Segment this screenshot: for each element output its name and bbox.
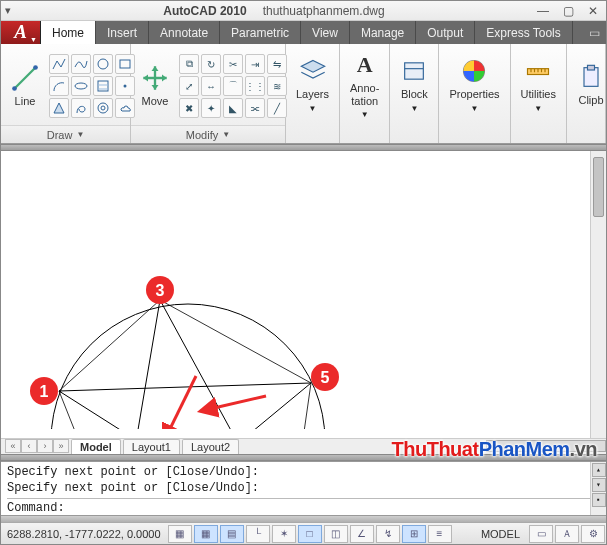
move-icon [141, 64, 169, 92]
join-button[interactable]: ⫘ [245, 98, 265, 118]
status-toggle-dyn[interactable]: ⊞ [402, 525, 426, 543]
application-menu-button[interactable]: A ▼ [1, 21, 41, 44]
stretch-button[interactable]: ↔ [201, 76, 221, 96]
scroll-down-icon[interactable]: ▾ [592, 478, 606, 492]
panel-block[interactable]: Block ▼ [390, 44, 439, 143]
mirror-button[interactable]: ⇋ [267, 54, 287, 74]
status-toggle-ducs[interactable]: ↯ [376, 525, 400, 543]
chevron-down-icon: ▼ [534, 104, 542, 113]
tab-annotate[interactable]: Annotate [149, 21, 220, 44]
sheet-first-button[interactable]: « [5, 439, 21, 453]
command-line[interactable]: Specify next point or [Close/Undo]: Spec… [1, 461, 606, 515]
docking-grip-cmd-bottom[interactable] [1, 515, 606, 522]
array-button[interactable]: ⋮⋮ [245, 76, 265, 96]
pentagon-outline [59, 300, 311, 429]
panel-annotation[interactable]: A Anno- tation ▼ [340, 44, 390, 143]
panel-layers[interactable]: Layers ▼ [286, 44, 340, 143]
region-button[interactable] [49, 98, 69, 118]
tab-express[interactable]: Express Tools [475, 21, 572, 44]
status-quick-view-button[interactable]: ▭ [529, 525, 553, 543]
command-history-line: Specify next point or [Close/Undo]: [7, 464, 600, 480]
tab-parametric[interactable]: Parametric [220, 21, 301, 44]
command-prompt-label: Command: [7, 501, 65, 515]
hatch-button[interactable] [93, 76, 113, 96]
donut-button[interactable] [93, 98, 113, 118]
close-button[interactable]: ✕ [588, 4, 598, 18]
minimize-button[interactable]: — [537, 4, 549, 18]
panel-utilities[interactable]: Utilities ▼ [511, 44, 567, 143]
sheet-last-button[interactable]: » [53, 439, 69, 453]
trim-button[interactable]: ✂ [223, 54, 243, 74]
panel-title-draw[interactable]: Draw▼ [1, 125, 130, 143]
panel-clipboard[interactable]: Clipb [567, 44, 606, 143]
scale-button[interactable]: ⤢ [179, 76, 199, 96]
status-annoscale-button[interactable]: Ａ [555, 525, 579, 543]
line-label: Line [15, 95, 36, 107]
status-toggle-polar[interactable]: ✶ [272, 525, 296, 543]
status-toggle-osnap[interactable]: □ [298, 525, 322, 543]
spline-button[interactable] [71, 54, 91, 74]
status-model-label[interactable]: MODEL [473, 528, 528, 540]
vertical-scrollbar[interactable] [590, 151, 606, 438]
rotate-button[interactable]: ↻ [201, 54, 221, 74]
clipboard-icon [577, 63, 605, 91]
measure-icon [524, 57, 552, 85]
chamfer-button[interactable]: ◣ [223, 98, 243, 118]
scroll-grip-icon[interactable]: ▪ [592, 493, 606, 507]
offset-button[interactable]: ≋ [267, 76, 287, 96]
break-button[interactable]: ╱ [267, 98, 287, 118]
hscroll-left-button[interactable]: ‹ [470, 439, 484, 453]
qat-chevron-icon[interactable]: ▾ [5, 4, 11, 17]
status-toggle-snap[interactable]: ▦ [194, 525, 218, 543]
svg-text:1: 1 [40, 383, 49, 400]
status-toggle-infer[interactable]: ▦ [168, 525, 192, 543]
tab-home[interactable]: Home [41, 21, 96, 44]
tab-output[interactable]: Output [416, 21, 475, 44]
panel-title-modify[interactable]: Modify▼ [131, 125, 285, 143]
drawing-area[interactable]: 1 2 3 4 5 Y X [1, 151, 606, 438]
tab-insert[interactable]: Insert [96, 21, 149, 44]
status-toggle-ortho[interactable]: └ [246, 525, 270, 543]
layout-tab-layout2[interactable]: Layout2 [182, 439, 239, 454]
circle-button[interactable] [93, 54, 113, 74]
docking-grip-cmd-top[interactable] [1, 454, 606, 461]
sheet-next-button[interactable]: › [37, 439, 53, 453]
command-scrollbar[interactable]: ▴ ▾ ▪ [590, 462, 606, 515]
arc-button[interactable] [49, 76, 69, 96]
panel-properties[interactable]: Properties ▼ [439, 44, 510, 143]
status-toggle-lwt[interactable]: ≡ [428, 525, 452, 543]
document-name: thuthuatphanmem.dwg [263, 4, 385, 18]
ribbon-tabs: A ▼ Home Insert Annotate Parametric View… [1, 21, 606, 44]
status-toggle-3dosnap[interactable]: ◫ [324, 525, 348, 543]
line-icon [11, 64, 39, 92]
maximize-button[interactable]: ▢ [563, 4, 574, 18]
ellipse-button[interactable] [71, 76, 91, 96]
status-toggle-otrack[interactable]: ∠ [350, 525, 374, 543]
svg-point-4 [75, 83, 87, 89]
polyline-button[interactable] [49, 54, 69, 74]
ribbon-minimize-button[interactable]: ▭ [582, 21, 606, 44]
tab-manage[interactable]: Manage [350, 21, 416, 44]
layers-icon [299, 57, 327, 85]
fillet-button[interactable]: ⌒ [223, 76, 243, 96]
quick-access-toolbar: ▾ [5, 4, 11, 17]
layout-tab-layout1[interactable]: Layout1 [123, 439, 180, 454]
layout-tab-model[interactable]: Model [71, 439, 121, 454]
explode-button[interactable]: ✦ [201, 98, 221, 118]
move-button[interactable]: Move [135, 48, 175, 124]
extend-button[interactable]: ⇥ [245, 54, 265, 74]
chevron-down-icon: ▼ [361, 110, 369, 119]
erase-button[interactable]: ✖ [179, 98, 199, 118]
docking-grip-top[interactable] [1, 144, 606, 151]
line-button[interactable]: Line [5, 48, 45, 124]
title-bar: ▾ AutoCAD 2010 thuthuatphanmem.dwg — ▢ ✕ [1, 1, 606, 21]
sheet-prev-button[interactable]: ‹ [21, 439, 37, 453]
copy-button[interactable]: ⧉ [179, 54, 199, 74]
tab-view[interactable]: View [301, 21, 350, 44]
helix-button[interactable] [71, 98, 91, 118]
panel-draw: Line Draw▼ [1, 44, 131, 143]
horizontal-scrollbar[interactable] [486, 440, 606, 452]
status-workspace-button[interactable]: ⚙ [581, 525, 605, 543]
status-toggle-grid[interactable]: ▤ [220, 525, 244, 543]
scroll-up-icon[interactable]: ▴ [592, 463, 606, 477]
